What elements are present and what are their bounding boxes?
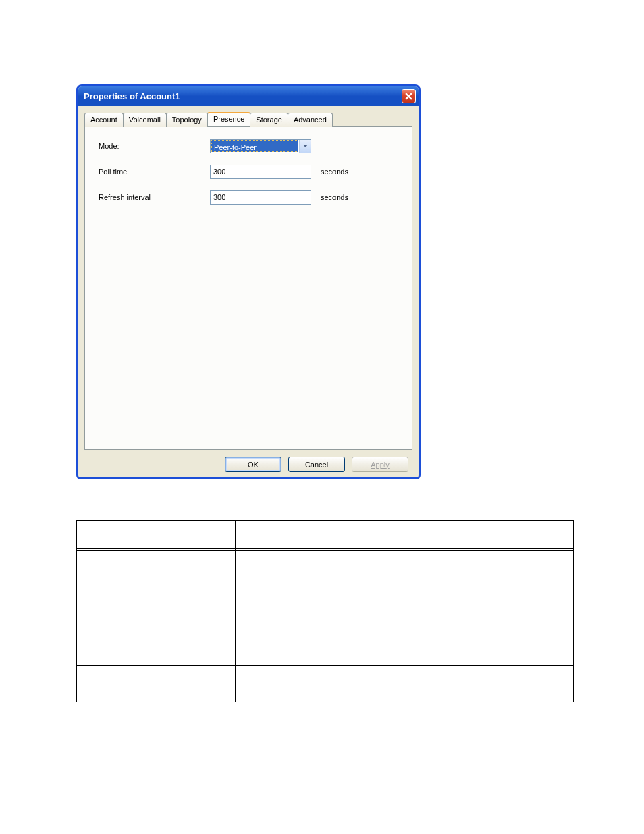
- table-cell: [77, 629, 236, 666]
- info-table: [76, 520, 574, 702]
- chevron-down-icon: [303, 145, 308, 147]
- table-cell: [77, 551, 236, 629]
- apply-button: Apply: [352, 457, 408, 472]
- tab-voicemail[interactable]: Voicemail: [123, 113, 167, 127]
- refresh-interval-unit: seconds: [321, 193, 348, 201]
- table-cell: [77, 666, 236, 702]
- tab-advanced[interactable]: Advanced: [288, 113, 333, 127]
- mode-dropdown-button[interactable]: [299, 140, 311, 153]
- refresh-interval-label: Refresh interval: [99, 193, 210, 201]
- tab-panel-presence: Mode: Peer-to-Peer Poll time seconds Ref…: [84, 126, 412, 450]
- close-icon: [405, 93, 412, 100]
- table-cell: [235, 666, 573, 702]
- table-row: [77, 666, 574, 702]
- mode-combobox[interactable]: Peer-to-Peer: [210, 139, 311, 153]
- table-header-row: [77, 521, 574, 549]
- refresh-interval-input[interactable]: [210, 190, 311, 205]
- cancel-button[interactable]: Cancel: [288, 457, 345, 472]
- mode-value: Peer-to-Peer: [211, 140, 298, 152]
- mode-label: Mode:: [99, 142, 210, 150]
- table-cell: [235, 629, 573, 666]
- tab-presence[interactable]: Presence: [207, 112, 250, 126]
- poll-time-label: Poll time: [99, 167, 210, 176]
- table-row: [77, 551, 574, 629]
- poll-time-input[interactable]: [210, 165, 311, 179]
- properties-dialog: Properties of Account1 Account Voicemail…: [76, 84, 421, 479]
- table-header-cell: [235, 521, 573, 549]
- tab-strip: Account Voicemail Topology Presence Stor…: [84, 112, 412, 126]
- table-header-cell: [77, 521, 236, 549]
- dialog-body: Account Voicemail Topology Presence Stor…: [78, 106, 419, 477]
- refresh-interval-row: Refresh interval seconds: [99, 189, 398, 205]
- ok-button[interactable]: OK: [225, 457, 281, 472]
- title-bar: Properties of Account1: [78, 86, 419, 106]
- poll-time-row: Poll time seconds: [99, 163, 398, 180]
- close-button[interactable]: [402, 89, 416, 103]
- tab-storage[interactable]: Storage: [250, 113, 288, 127]
- title-text: Properties of Account1: [84, 91, 180, 101]
- table-row: [77, 629, 574, 666]
- tab-topology[interactable]: Topology: [166, 113, 208, 127]
- poll-time-unit: seconds: [321, 167, 348, 176]
- apply-label: Apply: [371, 461, 390, 469]
- tab-account[interactable]: Account: [84, 113, 124, 127]
- button-row: OK Cancel Apply: [84, 450, 412, 472]
- table-cell: [235, 551, 573, 629]
- mode-row: Mode: Peer-to-Peer: [99, 138, 398, 154]
